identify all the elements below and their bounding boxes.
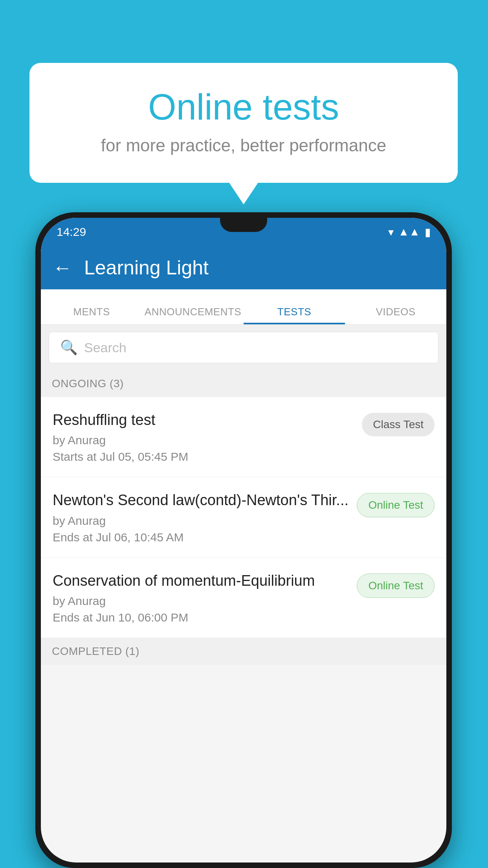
test-date: Starts at Jul 05, 05:45 PM xyxy=(53,450,354,463)
test-author: by Anurag xyxy=(53,594,349,608)
test-info: Conservation of momentum-Equilibrium by … xyxy=(53,571,357,624)
signal-icon: ▲▲ xyxy=(398,226,420,238)
back-button[interactable]: ← xyxy=(53,256,72,279)
test-date: Ends at Jun 10, 06:00 PM xyxy=(53,611,349,624)
test-info: Newton's Second law(contd)-Newton's Thir… xyxy=(53,491,357,544)
battery-icon: ▮ xyxy=(425,226,431,239)
bubble-title: Online tests xyxy=(61,86,426,128)
status-time: 14:29 xyxy=(57,225,86,239)
phone-frame: 14:29 ▾ ▲▲ ▮ ← Learning Light MENTS ANNO… xyxy=(35,212,452,868)
test-title: Conservation of momentum-Equilibrium xyxy=(53,571,349,590)
tab-videos[interactable]: VIDEOS xyxy=(345,306,446,324)
test-badge-online: Online Test xyxy=(357,574,435,598)
bubble-subtitle: for more practice, better performance xyxy=(61,136,426,155)
status-icons: ▾ ▲▲ ▮ xyxy=(388,226,431,239)
completed-section-header: COMPLETED (1) xyxy=(41,638,446,665)
tab-announcements[interactable]: ANNOUNCEMENTS xyxy=(142,306,244,324)
search-container: 🔍 Search xyxy=(41,325,446,370)
phone-screen: 14:29 ▾ ▲▲ ▮ ← Learning Light MENTS ANNO… xyxy=(41,218,446,862)
test-title: Reshuffling test xyxy=(53,410,354,430)
test-info: Reshuffling test by Anurag Starts at Jul… xyxy=(53,410,362,463)
tab-ments[interactable]: MENTS xyxy=(41,306,142,324)
ongoing-section-header: ONGOING (3) xyxy=(41,370,446,397)
app-bar-title: Learning Light xyxy=(84,256,209,279)
test-item[interactable]: Newton's Second law(contd)-Newton's Thir… xyxy=(41,477,446,557)
status-bar: 14:29 ▾ ▲▲ ▮ xyxy=(41,218,446,246)
search-placeholder: Search xyxy=(84,340,127,355)
search-icon: 🔍 xyxy=(60,339,78,356)
test-date: Ends at Jul 06, 10:45 AM xyxy=(53,531,349,544)
speech-bubble: Online tests for more practice, better p… xyxy=(29,63,458,183)
wifi-icon: ▾ xyxy=(388,226,394,239)
app-bar: ← Learning Light xyxy=(41,246,446,289)
test-author: by Anurag xyxy=(53,434,354,447)
test-badge-class: Class Test xyxy=(362,413,435,436)
tabs-container: MENTS ANNOUNCEMENTS TESTS VIDEOS xyxy=(41,289,446,325)
test-item[interactable]: Reshuffling test by Anurag Starts at Jul… xyxy=(41,397,446,477)
test-title: Newton's Second law(contd)-Newton's Thir… xyxy=(53,491,349,510)
test-badge-online: Online Test xyxy=(357,493,435,517)
tab-tests[interactable]: TESTS xyxy=(244,306,345,324)
test-item[interactable]: Conservation of momentum-Equilibrium by … xyxy=(41,558,446,638)
test-author: by Anurag xyxy=(53,514,349,528)
search-bar[interactable]: 🔍 Search xyxy=(49,332,438,363)
